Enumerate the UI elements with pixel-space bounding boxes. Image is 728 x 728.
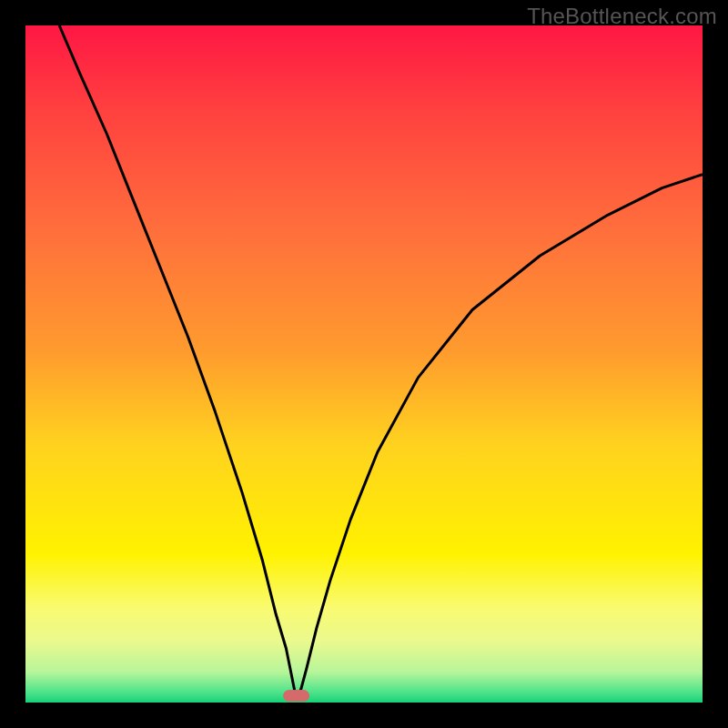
watermark-text: TheBottleneck.com	[527, 4, 717, 29]
plot-area	[25, 25, 703, 703]
plot-background	[25, 25, 703, 703]
plot-svg	[25, 25, 703, 703]
optimum-marker	[284, 691, 309, 702]
chart-frame: TheBottleneck.com	[0, 0, 728, 728]
